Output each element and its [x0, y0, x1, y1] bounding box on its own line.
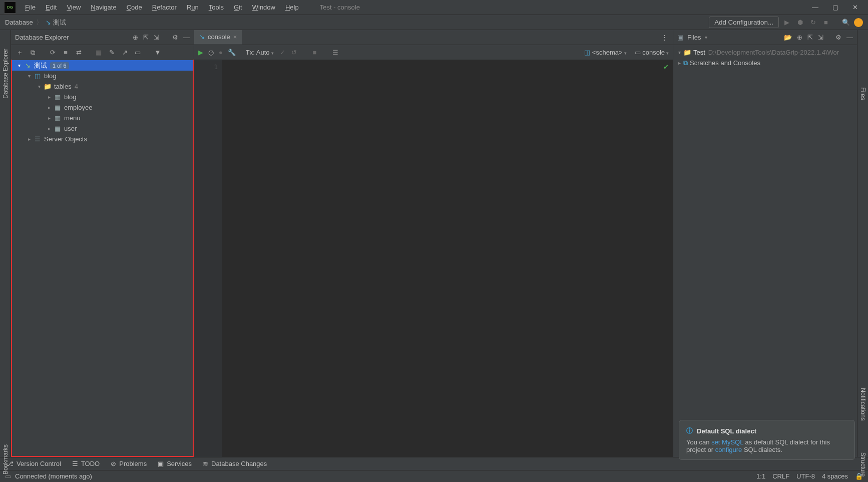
- tab-console[interactable]: ↘ console ×: [194, 30, 242, 45]
- close-tab-icon[interactable]: ×: [233, 33, 237, 41]
- explain-icon[interactable]: ☰: [332, 49, 338, 56]
- bottom-services[interactable]: ▣Services: [158, 460, 192, 467]
- sync-icon[interactable]: ⇄: [73, 49, 84, 56]
- ddl-icon[interactable]: ↗: [119, 49, 130, 56]
- chevron-down-icon[interactable]: ▾: [35, 84, 43, 89]
- chevron-down-icon[interactable]: ▾: [675, 50, 683, 55]
- rollback-icon[interactable]: ●: [219, 49, 223, 56]
- diff-icon[interactable]: ≡: [60, 49, 71, 56]
- run-query-icon[interactable]: ▶: [198, 49, 203, 56]
- collapse-icon[interactable]: ⇲: [154, 34, 159, 41]
- run-icon[interactable]: ▶: [782, 19, 792, 26]
- strip-notifications[interactable]: Notifications: [859, 388, 866, 420]
- chevron-right-icon[interactable]: ▸: [675, 60, 683, 66]
- schema-selector[interactable]: ◫ <schema>▾: [584, 49, 626, 56]
- chevron-right-icon[interactable]: ▸: [45, 126, 53, 131]
- refresh-icon[interactable]: ⟳: [47, 49, 58, 56]
- chevron-down-icon[interactable]: ▾: [705, 35, 707, 40]
- status-indent[interactable]: 4 spaces: [822, 472, 848, 480]
- menu-file[interactable]: File: [20, 0, 41, 15]
- tree-table-item[interactable]: ▸ ▦ menu: [12, 113, 193, 123]
- console-icon[interactable]: ▭: [132, 49, 143, 56]
- tree-table-item[interactable]: ▸ ▦ employee: [12, 102, 193, 113]
- menu-run[interactable]: Run: [182, 0, 204, 15]
- search-icon[interactable]: 🔍: [841, 19, 851, 26]
- tabbar-menu-icon[interactable]: ⋮: [656, 34, 673, 41]
- menu-help[interactable]: Help: [280, 0, 304, 15]
- set-mysql-link[interactable]: set MySQL: [711, 438, 743, 446]
- menu-edit[interactable]: Edit: [41, 0, 62, 15]
- breadcrumb-sep: 〉: [36, 18, 43, 27]
- bottom-version-control[interactable]: ⎇Version Control: [6, 460, 61, 467]
- new-icon[interactable]: ＋: [14, 48, 25, 57]
- tree-tables[interactable]: ▾ 📁 tables 4: [12, 81, 193, 92]
- strip-files[interactable]: Files: [859, 87, 866, 100]
- target-icon[interactable]: ⊕: [797, 34, 802, 41]
- avatar[interactable]: [854, 18, 863, 27]
- tree-table-item[interactable]: ▸ ▦ user: [12, 123, 193, 134]
- strip-database-explorer[interactable]: Database Explorer: [2, 49, 9, 98]
- expand-icon[interactable]: ⇱: [143, 34, 149, 41]
- menu-navigate[interactable]: Navigate: [86, 0, 121, 15]
- settings-icon[interactable]: ⚙: [172, 34, 178, 41]
- chevron-right-icon[interactable]: ▸: [45, 105, 53, 110]
- hide-icon[interactable]: —: [183, 34, 190, 41]
- tree-table-item[interactable]: ▸ ▦ blog: [12, 92, 193, 102]
- sidebar-toolbar: ＋ ⧉ ⟳ ≡ ⇄ ▦ ✎ ↗ ▭ ▼: [11, 45, 194, 60]
- strip-structure[interactable]: Structure: [859, 452, 866, 477]
- history-icon[interactable]: ◷: [208, 49, 214, 56]
- filter-icon[interactable]: ▼: [152, 49, 163, 56]
- rerun-icon[interactable]: ↻: [808, 19, 818, 26]
- tree-connection[interactable]: ▾ ↘ 测试 1 of 6: [12, 60, 193, 71]
- menu-view[interactable]: View: [62, 0, 86, 15]
- chevron-right-icon[interactable]: ▸: [45, 115, 53, 121]
- breadcrumb-root[interactable]: Database: [5, 19, 33, 26]
- chevron-down-icon[interactable]: ▾: [15, 63, 23, 68]
- chevron-right-icon[interactable]: ▸: [45, 94, 53, 100]
- menu-tools[interactable]: Tools: [204, 0, 229, 15]
- menu-refactor[interactable]: Refactor: [147, 0, 182, 15]
- edit-icon[interactable]: ✎: [106, 49, 117, 56]
- inspection-ok-icon[interactable]: ✔: [663, 63, 669, 71]
- open-icon[interactable]: 📂: [784, 34, 792, 41]
- breadcrumb-current[interactable]: 测试: [53, 18, 66, 27]
- stop-icon[interactable]: ■: [821, 19, 831, 26]
- strip-bookmarks[interactable]: Bookmarks: [2, 444, 9, 474]
- wrench-icon[interactable]: 🔧: [228, 49, 236, 56]
- minimize-icon[interactable]: —: [812, 4, 818, 11]
- hide-icon[interactable]: —: [846, 34, 853, 41]
- files-root[interactable]: ▾ 📁 Test D:\DevelopmentTools\DataGrip-20…: [673, 47, 857, 58]
- bottom-db-changes[interactable]: ≋Database Changes: [203, 460, 267, 467]
- commit-icon[interactable]: ✓: [280, 49, 285, 56]
- tx-mode[interactable]: Tx: Auto▾: [246, 49, 274, 56]
- status-encoding[interactable]: UTF-8: [796, 472, 815, 480]
- configure-link[interactable]: configure: [715, 446, 742, 453]
- status-eol[interactable]: CRLF: [772, 472, 789, 480]
- files-scratches[interactable]: ▸ ⧉ Scratches and Consoles: [673, 58, 857, 68]
- code-surface[interactable]: [222, 60, 673, 457]
- console-selector[interactable]: ▭ console▾: [635, 49, 669, 56]
- menu-code[interactable]: Code: [122, 0, 147, 15]
- stop-icon[interactable]: ■: [313, 49, 317, 56]
- tree-server-objects[interactable]: ▸ ☰ Server Objects: [12, 134, 193, 144]
- settings-icon[interactable]: ⚙: [835, 34, 841, 41]
- chevron-right-icon[interactable]: ▸: [25, 136, 33, 142]
- debug-icon[interactable]: ⬢: [795, 19, 805, 26]
- maximize-icon[interactable]: ▢: [832, 4, 838, 11]
- status-caret[interactable]: 1:1: [756, 472, 765, 480]
- collapse-icon[interactable]: ⇲: [818, 34, 823, 41]
- bottom-todo[interactable]: ☰TODO: [72, 460, 100, 467]
- expand-icon[interactable]: ⇱: [807, 34, 813, 41]
- menu-git[interactable]: Git: [229, 0, 247, 15]
- target-icon[interactable]: ⊕: [133, 34, 138, 41]
- rollback2-icon[interactable]: ↺: [291, 49, 297, 56]
- tree-schema[interactable]: ▾ ◫ blog: [12, 71, 193, 81]
- chevron-down-icon[interactable]: ▾: [25, 73, 33, 79]
- menu-window[interactable]: Window: [247, 0, 280, 15]
- bottom-problems[interactable]: ⊘Problems: [111, 460, 147, 467]
- right-tool-strip: Files Notifications Structure: [857, 30, 868, 457]
- table-icon[interactable]: ▦: [93, 49, 104, 56]
- duplicate-icon[interactable]: ⧉: [27, 49, 38, 57]
- add-configuration-button[interactable]: Add Configuration...: [709, 17, 779, 28]
- close-icon[interactable]: ✕: [852, 4, 858, 11]
